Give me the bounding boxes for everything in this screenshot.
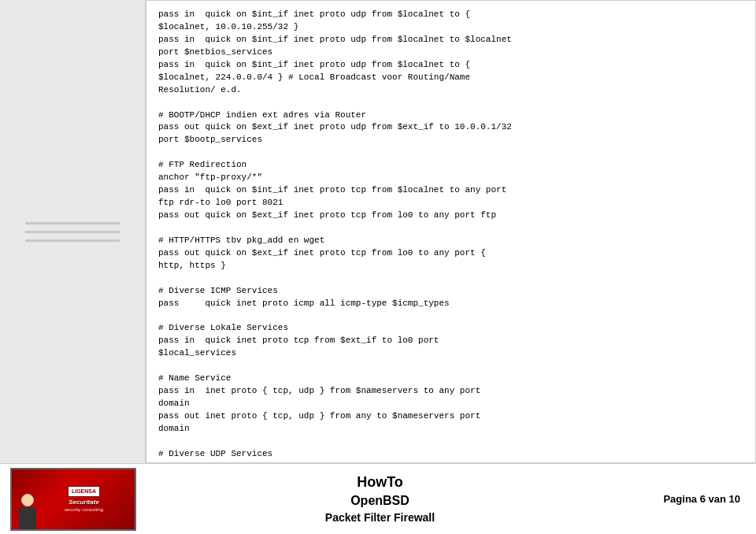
sidebar-decoration [25,222,120,242]
code-block: pass in quick on $int_if inet proto udp … [158,9,743,463]
securitate-text: Securitate [69,499,99,506]
decorative-stripe [25,239,120,242]
decorative-stripe [25,222,120,224]
footer-right: Pagina 6 van 10 [614,493,756,505]
main-content-area: pass in quick on $int_if inet proto udp … [146,0,756,463]
sub-title: Packet Filter Firewall [325,511,435,524]
logo-text-group: LIGENSA Securitate security consulting [65,486,103,512]
sidebar [0,0,146,463]
securitate-logo: LIGENSA Securitate security consulting [10,468,136,531]
logo-person [16,494,39,529]
ligensa-badge: LIGENSA [68,486,100,497]
person-head [21,494,34,506]
footer-center: HowTo OpenBSD Packet Filter Firewall [146,474,614,524]
logo-subtext: security consulting [65,507,103,512]
howto-title: HowTo [357,474,403,491]
main-title: OpenBSD [350,494,410,508]
footer-logo-area: LIGENSA Securitate security consulting [0,464,146,535]
footer: LIGENSA Securitate security consulting H… [0,463,756,534]
page-number: Pagina 6 van 10 [663,493,740,505]
person-body [19,507,36,529]
decorative-stripe [25,231,120,233]
